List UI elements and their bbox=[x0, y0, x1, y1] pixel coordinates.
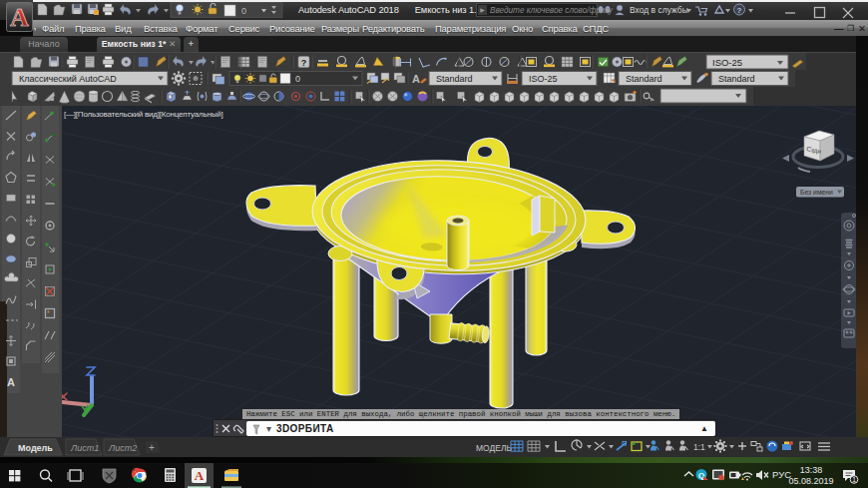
svg-text:+: + bbox=[149, 442, 155, 453]
svg-text:ISO-25: ISO-25 bbox=[529, 74, 558, 84]
svg-text:A: A bbox=[412, 73, 420, 85]
svg-text:13:38: 13:38 bbox=[800, 465, 823, 475]
svg-text:Лист1: Лист1 bbox=[70, 443, 99, 453]
svg-text:Лист2: Лист2 bbox=[108, 443, 137, 453]
svg-text:A: A bbox=[10, 3, 29, 32]
svg-text:Модель: Модель bbox=[18, 443, 53, 453]
svg-text:0: 0 bbox=[295, 74, 300, 84]
svg-text:Standard: Standard bbox=[626, 74, 662, 84]
svg-text:Вход в службы: Вход в службы bbox=[630, 5, 688, 15]
svg-text:Standard: Standard bbox=[718, 74, 755, 84]
svg-text:?: ? bbox=[301, 58, 307, 68]
svg-text:МОДЕЛЬ: МОДЕЛЬ bbox=[476, 443, 513, 453]
svg-text:05.08.2019: 05.08.2019 bbox=[788, 476, 833, 486]
svg-text:?: ? bbox=[737, 6, 742, 15]
svg-text:A: A bbox=[7, 376, 15, 388]
svg-text:Классический AutoCAD: Классический AutoCAD bbox=[19, 74, 117, 84]
svg-text:1:1: 1:1 bbox=[693, 442, 705, 452]
svg-text:1: 1 bbox=[852, 476, 856, 483]
svg-text:0: 0 bbox=[241, 6, 246, 16]
svg-text:ISO-25: ISO-25 bbox=[712, 57, 742, 68]
svg-text:Без имени: Без имени bbox=[800, 189, 833, 196]
svg-text:A: A bbox=[195, 468, 205, 483]
svg-text:Standard: Standard bbox=[436, 74, 473, 84]
